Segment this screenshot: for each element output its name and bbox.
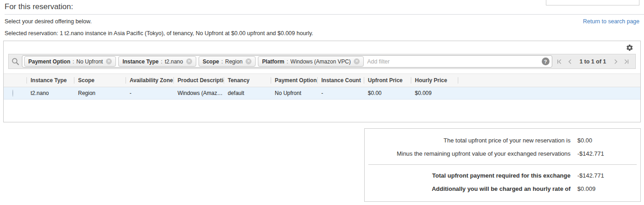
pagination-status: 1 to 1 of 1 xyxy=(580,58,606,65)
remove-filter-icon[interactable]: ✕ xyxy=(106,58,112,64)
cell-upfront-price: $0.00 xyxy=(364,87,411,99)
cell-scope: Region xyxy=(74,87,126,99)
selected-reservation-text: Selected reservation: 1 t2.nano instance… xyxy=(5,30,639,37)
summary-row-hourly-rate: Additionally you will be charged an hour… xyxy=(365,182,640,195)
column-header-hourly-price[interactable]: Hourly Price xyxy=(411,74,458,87)
summary-value: $0.009 xyxy=(571,185,634,192)
filter-bar: Payment Option : No Upfront ✕ Instance T… xyxy=(8,54,636,69)
summary-value: -$142.771 xyxy=(571,172,634,179)
subtitle: Select your desired offering below. xyxy=(5,18,92,25)
offerings-panel: Payment Option : No Upfront ✕ Instance T… xyxy=(3,41,641,122)
cell-instance-count: - xyxy=(317,87,364,99)
cell-product-description: Windows (Amazon VPC) xyxy=(173,87,224,99)
column-header-upfront-price[interactable]: Upfront Price xyxy=(364,74,411,87)
truncated-top-field xyxy=(546,0,639,5)
column-header-availability-zone[interactable]: Availability Zone xyxy=(126,74,173,87)
prev-page-button[interactable] xyxy=(567,59,573,64)
filter-tag-payment-option[interactable]: Payment Option : No Upfront ✕ xyxy=(24,56,116,67)
cell-payment-option: No Upfront xyxy=(271,87,317,99)
gear-icon xyxy=(626,44,634,52)
add-filter-input[interactable] xyxy=(366,58,541,65)
column-header-instance-count[interactable]: Instance Count xyxy=(317,74,364,87)
next-page-button[interactable] xyxy=(613,59,618,64)
remove-filter-icon[interactable]: ✕ xyxy=(186,58,192,64)
table-row[interactable]: t2.nano Region - Windows (Amazon VPC) de… xyxy=(4,87,640,100)
panel-toolbar xyxy=(4,41,640,54)
select-column-header xyxy=(4,74,26,87)
column-header-payment-option[interactable]: Payment Option xyxy=(271,74,317,87)
column-header-instance-type[interactable]: Instance Type xyxy=(26,74,74,87)
magnifier-icon xyxy=(11,58,20,66)
column-header-tenancy[interactable]: Tenancy xyxy=(224,74,271,87)
summary-value: -$142.771 xyxy=(571,150,634,157)
summary-divider xyxy=(368,164,637,165)
summary-row-new-upfront: The total upfront price of your new rese… xyxy=(365,134,640,147)
table-header-row: Instance Type Scope Availability Zone Pr… xyxy=(4,74,640,87)
summary-value: $0.00 xyxy=(571,137,634,144)
column-header-product-description[interactable]: Product Description xyxy=(173,74,224,87)
remove-filter-icon[interactable]: ✕ xyxy=(246,58,251,64)
cell-hourly-price: $0.009 xyxy=(411,87,458,99)
row-radio-button[interactable] xyxy=(12,89,13,97)
filter-tag-platform[interactable]: Platform : Windows (Amazon VPC) ✕ xyxy=(258,56,364,67)
filter-tag-instance-type[interactable]: Instance Type : t2.nano ✕ xyxy=(118,56,196,67)
column-header-scope[interactable]: Scope xyxy=(74,74,126,87)
cell-instance-type: t2.nano xyxy=(26,87,74,99)
settings-button[interactable] xyxy=(626,44,634,52)
return-to-search-link[interactable]: Return to search page xyxy=(583,18,639,25)
filter-tag-scope[interactable]: Scope : Region ✕ xyxy=(199,56,256,67)
exchange-summary-box: The total upfront price of your new rese… xyxy=(364,128,641,202)
help-icon[interactable]: ? xyxy=(542,58,550,65)
summary-row-total-payment: Total upfront payment required for this … xyxy=(365,169,640,182)
column-header-filler xyxy=(458,74,640,87)
remove-filter-icon[interactable]: ✕ xyxy=(354,58,360,64)
last-page-button[interactable] xyxy=(624,59,629,64)
filter-input-area[interactable]: Payment Option : No Upfront ✕ Instance T… xyxy=(22,55,552,68)
pagination: 1 to 1 of 1 xyxy=(552,58,635,65)
cell-tenancy: default xyxy=(224,87,271,99)
cell-availability-zone: - xyxy=(126,87,173,99)
summary-row-remaining-value: Minus the remaining upfront value of you… xyxy=(365,147,640,160)
first-page-button[interactable] xyxy=(556,59,562,64)
